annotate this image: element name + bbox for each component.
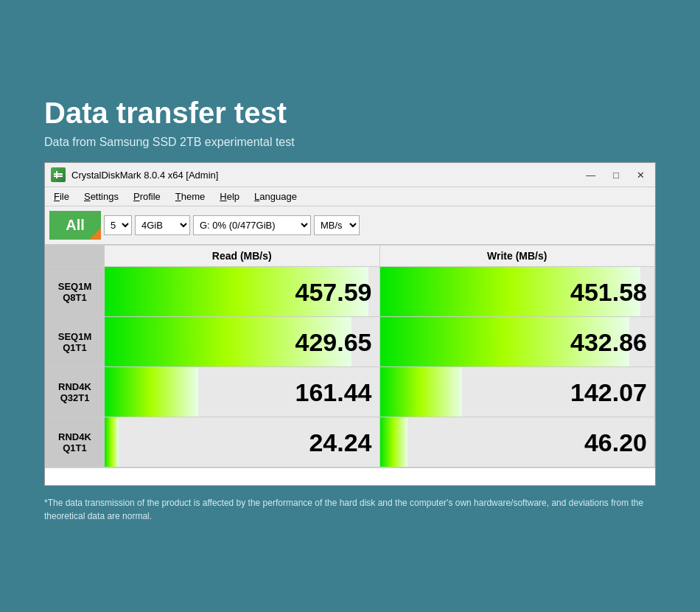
read-value: 457.59 — [295, 277, 372, 306]
count-select[interactable]: 5 1 3 9 — [104, 215, 132, 235]
app-icon — [51, 167, 66, 182]
menu-settings[interactable]: Settings — [78, 189, 125, 204]
write-cell: 142.07 — [379, 367, 655, 417]
read-cell: 24.24 — [105, 417, 380, 467]
svg-rect-2 — [56, 171, 57, 178]
titlebar-left: CrystalDiskMark 8.0.4 x64 [Admin] — [51, 167, 218, 182]
row-label: SEQ1MQ1T1 — [46, 317, 105, 367]
write-cell: 46.20 — [379, 417, 655, 467]
titlebar-controls: — □ ✕ — [581, 168, 649, 182]
col-header-read: Read (MB/s) — [105, 246, 380, 267]
write-cell: 432.86 — [379, 317, 655, 367]
row-label: SEQ1MQ8T1 — [46, 267, 105, 317]
svg-rect-0 — [54, 173, 63, 175]
menu-help[interactable]: Help — [214, 189, 245, 204]
app-window: CrystalDiskMark 8.0.4 x64 [Admin] — □ ✕ … — [44, 162, 656, 486]
titlebar-title: CrystalDiskMark 8.0.4 x64 [Admin] — [71, 170, 218, 181]
col-header-label — [46, 246, 105, 267]
read-cell: 429.65 — [105, 317, 380, 367]
read-bar — [105, 417, 119, 467]
write-value: 432.86 — [570, 327, 647, 356]
write-value: 46.20 — [584, 428, 647, 456]
menu-language[interactable]: Language — [248, 189, 303, 204]
read-value: 429.65 — [295, 327, 372, 356]
col-header-write: Write (MB/s) — [379, 246, 655, 267]
read-cell: 161.44 — [105, 367, 380, 417]
menu-profile[interactable]: Profile — [127, 189, 167, 204]
all-button[interactable]: All — [49, 211, 101, 240]
write-cell: 451.58 — [379, 267, 655, 317]
table-row: SEQ1MQ1T1 429.65 432.86 — [46, 317, 655, 367]
menu-file[interactable]: File — [48, 189, 75, 204]
row-label: RND4KQ1T1 — [46, 417, 105, 467]
status-bar — [45, 467, 655, 485]
read-value: 24.24 — [309, 428, 371, 456]
footer-note: *The data transmission of the product is… — [44, 496, 656, 523]
bench-table: Read (MB/s) Write (MB/s) SEQ1MQ8T1 457.5… — [45, 245, 655, 467]
read-bar — [105, 367, 198, 417]
write-bar — [380, 417, 407, 467]
menu-theme[interactable]: Theme — [169, 189, 211, 204]
page-title: Data transfer test — [44, 97, 656, 130]
read-cell: 457.59 — [105, 267, 380, 317]
write-bar — [380, 367, 463, 417]
write-value: 142.07 — [570, 378, 647, 406]
read-value: 161.44 — [295, 378, 372, 406]
svg-rect-1 — [54, 175, 63, 177]
row-label: RND4KQ32T1 — [46, 367, 105, 417]
table-row: RND4KQ1T1 24.24 46.20 — [46, 417, 655, 467]
outer-container: Data transfer test Data from Samsung SSD… — [29, 74, 671, 538]
titlebar: CrystalDiskMark 8.0.4 x64 [Admin] — □ ✕ — [45, 163, 655, 187]
toolbar: All 5 1 3 9 4GiB 512MiB 1GiB 2GiB 8GiB G… — [45, 206, 655, 245]
page-subtitle: Data from Samsung SSD 2TB experimental t… — [44, 136, 656, 149]
maximize-button[interactable]: □ — [609, 168, 623, 182]
size-select[interactable]: 4GiB 512MiB 1GiB 2GiB 8GiB — [135, 215, 190, 235]
drive-select[interactable]: G: 0% (0/477GiB) — [193, 215, 311, 235]
menubar: File Settings Profile Theme Help Languag… — [45, 187, 655, 206]
close-button[interactable]: ✕ — [632, 168, 649, 182]
minimize-button[interactable]: — — [581, 168, 600, 182]
table-row: SEQ1MQ8T1 457.59 451.58 — [46, 267, 655, 317]
unit-select[interactable]: MB/s GB/s IOPS μs — [314, 215, 360, 235]
write-value: 451.58 — [570, 277, 647, 306]
table-row: RND4KQ32T1 161.44 142.07 — [46, 367, 655, 417]
